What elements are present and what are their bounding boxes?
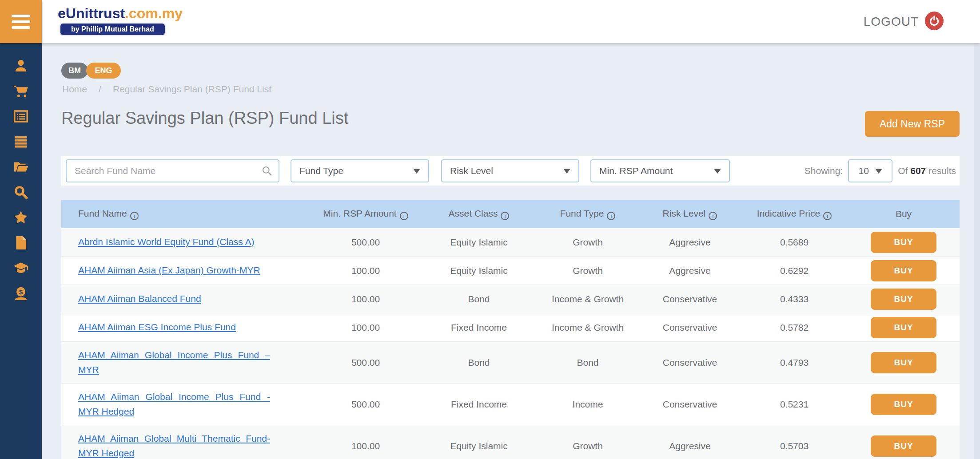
fund-name-link[interactable]: AHAM Aiiman Asia (Ex Japan) Growth-MYR xyxy=(78,263,270,278)
fund-type-cell: Income & Growth xyxy=(537,294,639,305)
vertical-scrollbar[interactable] xyxy=(974,43,980,459)
user-icon xyxy=(13,58,29,74)
table-row: AHAM Aiiman Global Multi Thematic Fund-M… xyxy=(61,425,960,459)
app-logo: eUnittrust.com.my by Phillip Mutual Berh… xyxy=(58,5,183,36)
asset-class-cell: Equity Islamic xyxy=(421,441,537,451)
chevron-down-icon xyxy=(875,169,882,174)
fund-name-link[interactable]: AHAM Aiiman Global Income Plus Fund - MY… xyxy=(78,390,270,419)
min-rsp-cell: 100.00 xyxy=(310,294,421,305)
min-rsp-cell: 500.00 xyxy=(310,399,421,410)
page-size-dropdown[interactable]: 10 xyxy=(848,159,892,182)
buy-button[interactable]: BUY xyxy=(871,394,936,415)
sidebar-item-profile[interactable] xyxy=(0,53,42,78)
info-icon[interactable]: i xyxy=(709,212,717,220)
price-cell: 0.4333 xyxy=(741,294,848,305)
form-icon xyxy=(13,108,29,124)
language-eng-button[interactable]: ENG xyxy=(86,63,121,79)
sidebar-item-documents[interactable] xyxy=(0,230,42,255)
column-header-min-rsp: Min. RSP Amounti xyxy=(310,208,421,220)
sidebar-item-cart[interactable] xyxy=(0,78,42,103)
column-header-asset-class: Asset Classi xyxy=(421,208,537,220)
sidebar-item-fund-search[interactable] xyxy=(0,179,42,205)
buy-button[interactable]: BUY xyxy=(871,232,936,253)
logo-part-orange: .com.my xyxy=(125,5,183,21)
risk-level-cell: Conservative xyxy=(639,322,741,333)
min-rsp-cell: 100.00 xyxy=(310,322,421,333)
risk-level-cell: Conservative xyxy=(639,357,741,368)
sidebar-item-portfolio[interactable] xyxy=(0,154,42,179)
fund-name-link[interactable]: AHAM Aiiman Balanced Fund xyxy=(78,292,270,306)
asset-class-cell: Equity Islamic xyxy=(421,237,537,248)
fund-type-dropdown-value: Fund Type xyxy=(299,166,343,176)
breadcrumb-home-link[interactable]: Home xyxy=(62,84,87,95)
buy-button[interactable]: BUY xyxy=(871,435,936,457)
hamburger-menu-button[interactable] xyxy=(0,0,42,43)
min-rsp-cell: 500.00 xyxy=(310,237,421,248)
fund-name-link[interactable]: AHAM Aiiman Global Income Plus Fund – MY… xyxy=(78,348,270,377)
logo-wordmark: eUnittrust.com.my xyxy=(58,5,183,22)
risk-level-dropdown-value: Risk Level xyxy=(450,166,493,176)
info-icon[interactable]: i xyxy=(130,212,139,220)
buy-button[interactable]: BUY xyxy=(871,289,936,310)
sidebar-item-transactions[interactable] xyxy=(0,129,42,154)
showing-label: Showing: xyxy=(805,166,843,176)
page-size-value: 10 xyxy=(859,166,869,176)
language-bm-button[interactable]: BM xyxy=(61,63,88,79)
add-new-rsp-button[interactable]: Add New RSP xyxy=(865,111,960,137)
buy-button[interactable]: BUY xyxy=(871,260,936,281)
sidebar-item-deposits[interactable]: $ xyxy=(0,281,42,306)
fund-type-cell: Growth xyxy=(537,237,639,248)
fund-type-dropdown[interactable]: Fund Type xyxy=(291,159,429,182)
logo-tagline: by Phillip Mutual Berhad xyxy=(60,23,166,36)
fund-name-link[interactable]: Abrdn Islamic World Equity Fund (Class A… xyxy=(78,235,270,249)
top-header: eUnittrust.com.my by Phillip Mutual Berh… xyxy=(0,0,980,43)
min-rsp-cell: 500.00 xyxy=(310,357,421,368)
buy-button[interactable]: BUY xyxy=(871,317,936,338)
table-row: AHAM Aiiman Balanced Fund 100.00 Bond In… xyxy=(61,285,960,313)
asset-class-cell: Equity Islamic xyxy=(421,265,537,276)
price-cell: 0.6292 xyxy=(741,265,848,276)
chevron-down-icon xyxy=(413,169,420,174)
main-content: BM ENG Home / Regular Savings Plan (RSP)… xyxy=(42,43,974,459)
breadcrumb-separator: / xyxy=(99,84,101,95)
buy-button[interactable]: BUY xyxy=(871,352,936,373)
chevron-down-icon xyxy=(563,169,570,174)
fund-type-cell: Growth xyxy=(537,441,639,451)
logout-button[interactable]: LOGOUT xyxy=(864,11,944,32)
search-input[interactable] xyxy=(66,159,279,182)
risk-level-dropdown[interactable]: Risk Level xyxy=(441,159,579,182)
logo-part-blue: eUnittrust xyxy=(58,5,125,21)
asset-class-cell: Bond xyxy=(421,294,537,305)
sidebar-item-favourites[interactable] xyxy=(0,205,42,230)
min-rsp-cell: 100.00 xyxy=(310,441,421,451)
file-icon xyxy=(13,235,29,251)
hamburger-icon xyxy=(12,15,30,17)
price-cell: 0.5231 xyxy=(741,399,848,410)
logout-label: LOGOUT xyxy=(864,15,919,29)
fund-name-link[interactable]: AHAM Aiiman ESG Income Plus Fund xyxy=(78,320,270,335)
info-icon[interactable]: i xyxy=(501,212,509,220)
breadcrumb: Home / Regular Savings Plan (RSP) Fund L… xyxy=(62,84,271,95)
info-icon[interactable]: i xyxy=(823,212,832,220)
fund-type-cell: Income xyxy=(537,399,639,410)
folder-open-icon xyxy=(13,159,29,175)
page-title: Regular Savings Plan (RSP) Fund List xyxy=(61,109,348,128)
info-icon[interactable]: i xyxy=(400,212,408,220)
sidebar: $ xyxy=(0,0,42,459)
money-bag-icon: $ xyxy=(13,285,29,301)
sidebar-item-statements[interactable] xyxy=(0,103,42,129)
fund-name-link[interactable]: AHAM Aiiman Global Multi Thematic Fund-M… xyxy=(78,431,270,459)
results-summary: Showing: 10 Of 607 results xyxy=(805,156,956,186)
table-row: Abrdn Islamic World Equity Fund (Class A… xyxy=(61,228,960,257)
info-icon[interactable]: i xyxy=(607,212,615,220)
risk-level-cell: Conservative xyxy=(639,294,741,305)
min-rsp-cell: 100.00 xyxy=(310,265,421,276)
column-header-fund-type: Fund Typei xyxy=(537,208,639,220)
risk-level-cell: Aggresive xyxy=(639,237,741,248)
min-rsp-amount-dropdown[interactable]: Min. RSP Amount xyxy=(590,159,730,182)
price-cell: 0.5782 xyxy=(741,322,848,333)
svg-text:$: $ xyxy=(19,288,23,295)
column-header-fund-name: Fund Namei xyxy=(61,208,310,220)
list-icon xyxy=(13,134,29,150)
sidebar-item-education[interactable] xyxy=(0,255,42,281)
